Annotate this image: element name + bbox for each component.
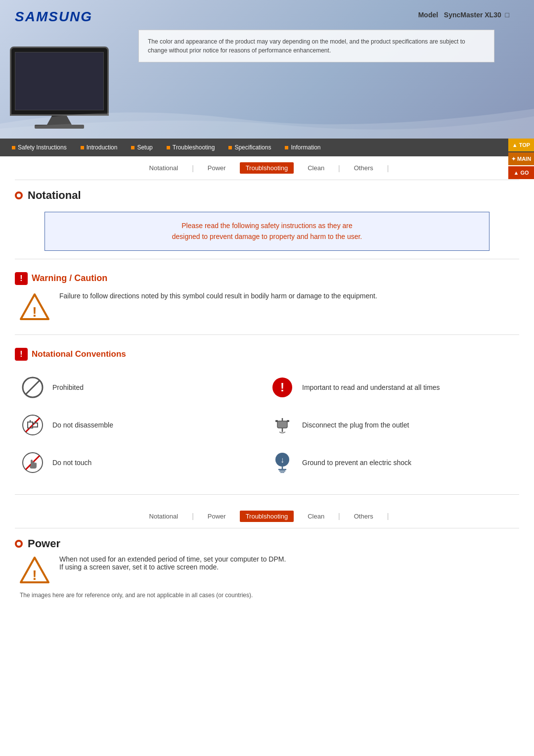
- power-bullet: [15, 540, 23, 548]
- sep1: |: [192, 164, 194, 172]
- nav-bullet-4: [167, 146, 170, 149]
- convention-important: ! Important to read and understand at al…: [269, 369, 519, 406]
- content: Notational | Power Troublshooting Clean …: [0, 156, 534, 618]
- model-info: Model SyncMaster XL30 □: [418, 11, 509, 19]
- svg-text:!: !: [32, 567, 37, 583]
- wave-decoration: [0, 99, 534, 139]
- svg-line-3: [26, 380, 40, 394]
- sep2: |: [338, 164, 340, 172]
- product-notice-text: The color and appearance of the product …: [148, 38, 465, 54]
- model-label: Model: [418, 11, 438, 19]
- info-line2: designed to prevent damage to property a…: [57, 231, 477, 242]
- nav-label-2: Introduction: [87, 144, 118, 151]
- tab-power-1[interactable]: Power: [204, 162, 230, 174]
- tab-troubleshooting-1[interactable]: Troublshooting: [240, 162, 294, 174]
- power-line2: If using a screen saver, set it to activ…: [59, 563, 286, 571]
- tab-notational-2[interactable]: Notational: [145, 511, 182, 522]
- nav-bullet-5: [228, 146, 232, 149]
- prohibited-label: Prohibited: [52, 383, 84, 391]
- sep3: |: [387, 164, 389, 172]
- conventions-title: ! Notational Conventions: [15, 348, 519, 361]
- power-title: Power: [28, 537, 60, 550]
- nav-troubleshooting[interactable]: Troubleshooting: [160, 144, 222, 151]
- convention-no-touch: Do not touch: [20, 444, 269, 481]
- nav-bullet: [12, 146, 15, 149]
- warning-title: ! Warning / Caution: [15, 272, 519, 285]
- conventions-badge: !: [15, 348, 28, 361]
- tab-troubleshooting-2[interactable]: Troublshooting: [240, 511, 294, 522]
- no-disassemble-label: Do not disassemble: [52, 421, 113, 429]
- product-notice: The color and appearance of the product …: [138, 30, 494, 62]
- nav-bullet-2: [81, 146, 84, 149]
- sep4: |: [192, 512, 194, 520]
- tab-clean-1[interactable]: Clean: [304, 162, 328, 174]
- tab-notational-1[interactable]: Notational: [145, 162, 182, 174]
- nav-label-3: Setup: [137, 144, 152, 151]
- nav-bullet-6: [285, 146, 288, 149]
- tab-clean-2[interactable]: Clean: [304, 511, 328, 522]
- no-disassemble-icon: [20, 412, 45, 438]
- notational-title: Notational: [28, 189, 81, 202]
- power-triangle-icon: !: [20, 555, 49, 585]
- important-icon: !: [269, 375, 295, 400]
- nav-bullet-3: [131, 146, 134, 149]
- divider-3: [15, 494, 519, 495]
- power-line1: When not used for an extended period of …: [59, 555, 286, 563]
- warning-section: ! Warning / Caution ! Failure to follow …: [15, 267, 519, 327]
- svg-text:!: !: [32, 304, 37, 320]
- nav-label-5: Specifications: [234, 144, 271, 151]
- sub-nav-2: Notational | Power Troublshooting Clean …: [15, 505, 519, 528]
- header-banner: SAMSUNG Model SyncMaster XL30 □ The colo…: [0, 0, 534, 139]
- important-label: Important to read and understand at all …: [302, 383, 440, 391]
- disconnect-icon: [269, 412, 295, 438]
- nav-label-4: Troubleshooting: [173, 144, 215, 151]
- ground-icon: ↓: [269, 450, 295, 475]
- nav-bar: Safety Instructions Introduction Setup T…: [0, 139, 534, 156]
- divider-2: [15, 334, 519, 335]
- no-touch-icon: [20, 450, 45, 475]
- samsung-logo: SAMSUNG: [15, 9, 92, 25]
- warning-triangle-icon: !: [20, 292, 49, 322]
- convention-ground: ↓ Ground to prevent an electric shock: [269, 444, 519, 481]
- convention-prohibited: Prohibited: [20, 369, 269, 406]
- nav-specifications[interactable]: Specifications: [222, 144, 278, 151]
- tab-others-1[interactable]: Others: [350, 162, 377, 174]
- sep5: |: [338, 512, 340, 520]
- prohibited-icon: [20, 375, 45, 400]
- top-button[interactable]: ▲ TOP: [508, 139, 534, 151]
- tab-power-2[interactable]: Power: [204, 511, 230, 522]
- power-heading: Power: [15, 528, 519, 555]
- tab-others-2[interactable]: Others: [350, 511, 377, 522]
- conventions-section: ! Notational Conventions Prohibited: [15, 343, 519, 486]
- convention-disconnect: Disconnect the plug from the outlet: [269, 406, 519, 444]
- nav-setup[interactable]: Setup: [124, 144, 159, 151]
- nav-introduction[interactable]: Introduction: [74, 144, 125, 151]
- warning-badge: !: [15, 272, 28, 285]
- notational-heading: Notational: [15, 180, 519, 207]
- warning-description: Failure to follow directions noted by th…: [59, 292, 377, 300]
- divider-1: [15, 259, 519, 259]
- sub-nav-1: Notational | Power Troublshooting Clean …: [15, 156, 519, 180]
- warning-body: ! Failure to follow directions noted by …: [15, 292, 519, 322]
- sep6: |: [387, 512, 389, 520]
- svg-rect-12: [277, 421, 287, 428]
- no-touch-label: Do not touch: [52, 459, 91, 467]
- notational-bullet: [15, 191, 23, 199]
- model-name: SyncMaster XL30: [444, 11, 501, 19]
- conventions-label: Notational Conventions: [32, 349, 126, 359]
- svg-text:↓: ↓: [280, 456, 284, 464]
- nav-label-6: Information: [291, 144, 320, 151]
- convention-no-disassemble: Do not disassemble: [20, 406, 269, 444]
- power-description: When not used for an extended period of …: [59, 555, 286, 571]
- nav-information[interactable]: Information: [278, 144, 327, 151]
- conventions-grid: Prohibited ! Important to read and under…: [15, 369, 519, 481]
- info-box: Please read the following safety instruc…: [44, 212, 490, 251]
- power-body: ! When not used for an extended period o…: [15, 555, 519, 585]
- svg-rect-13: [275, 420, 278, 422]
- svg-text:!: !: [280, 380, 284, 394]
- svg-rect-14: [287, 420, 289, 422]
- nav-label: Safety Instructions: [18, 144, 67, 151]
- disconnect-label: Disconnect the plug from the outlet: [302, 421, 409, 429]
- nav-safety-instructions[interactable]: Safety Instructions: [5, 144, 74, 151]
- footer-note: The images here are for reference only, …: [15, 592, 519, 599]
